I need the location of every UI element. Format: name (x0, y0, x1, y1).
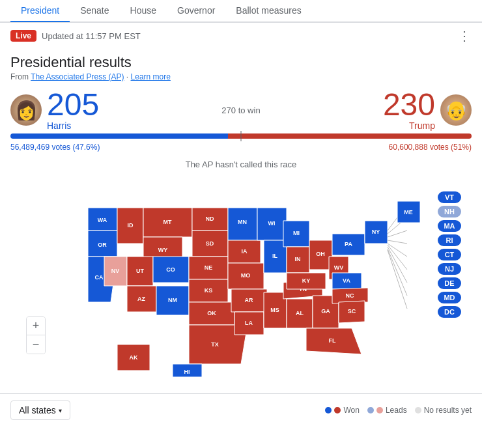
legend-dot-gray (415, 407, 421, 413)
harris-avatar: 👩 (10, 94, 42, 126)
trump-name: Trump (383, 120, 435, 131)
all-states-label: All states (19, 405, 56, 415)
nav-tabs: President Senate House Governor Ballot m… (0, 0, 482, 23)
svg-marker-46 (257, 208, 287, 240)
svg-marker-68 (332, 273, 362, 289)
title-section: Presidential results From The Associated… (0, 49, 482, 84)
trump-avatar: 👴 (440, 94, 472, 126)
svg-marker-6 (117, 208, 143, 244)
legend-leads-label: Leads (386, 406, 407, 415)
tab-senate[interactable]: Senate (70, 0, 119, 22)
legend-won: Won (325, 406, 359, 415)
us-map: WA OR CA ID NV MT WY UT AZ (10, 172, 472, 393)
state-badge-ct: CT (438, 249, 461, 260)
state-badge-ma: MA (438, 220, 461, 232)
svg-marker-14 (127, 257, 153, 286)
svg-marker-60 (287, 247, 309, 273)
svg-marker-76 (365, 221, 388, 244)
legend-dot-light-red (376, 407, 383, 413)
trump-popular-votes: 60,600,888 votes (51%) (389, 143, 472, 152)
state-badge-dc: DC (438, 306, 461, 318)
state-badge-nh: NH (438, 206, 461, 217)
source-link[interactable]: The Associated Press (AP) (31, 72, 124, 81)
svg-marker-91 (397, 201, 420, 223)
harris-candidate: 👩 205 Harris (10, 89, 99, 131)
svg-marker-18 (153, 257, 189, 283)
zoom-controls: + − (26, 316, 46, 354)
zoom-in-button[interactable]: + (27, 317, 45, 335)
svg-marker-22 (192, 208, 228, 231)
legend: Won Leads No results yet (325, 406, 472, 415)
svg-marker-38 (228, 263, 264, 289)
progress-bar (10, 133, 472, 139)
legend-dot-red (334, 407, 341, 413)
svg-marker-0 (88, 208, 117, 231)
source-prefix: From (10, 72, 31, 81)
state-badge-vt: VT (438, 191, 461, 203)
progress-red (228, 133, 472, 139)
svg-marker-28 (189, 279, 228, 302)
east-coast-states: VT NH MA RI CT NJ DE MD DC (438, 191, 461, 318)
trump-candidate: 👴 230 Trump (383, 89, 472, 131)
state-badge-md: MD (438, 292, 461, 303)
state-badge-de: DE (438, 277, 461, 289)
harris-name: Harris (47, 120, 99, 131)
chevron-down-icon: ▾ (59, 407, 62, 414)
svg-marker-80 (173, 364, 202, 377)
trump-electoral-votes: 230 (383, 89, 435, 120)
svg-marker-36 (228, 240, 261, 263)
svg-line-86 (388, 244, 407, 257)
svg-marker-78 (117, 344, 150, 371)
svg-marker-30 (189, 302, 234, 325)
page-title: Presidential results (10, 54, 472, 71)
legend-won-label: Won (343, 406, 359, 415)
to-win-label: 270 to win (99, 105, 383, 115)
svg-marker-42 (234, 312, 264, 335)
footer-bar: All states ▾ Won Leads No results yet (0, 393, 482, 427)
tab-governor[interactable]: Governor (167, 0, 225, 22)
svg-line-90 (388, 250, 407, 309)
state-badge-ri: RI (438, 234, 461, 246)
svg-marker-24 (192, 231, 228, 257)
state-badge-nj: NJ (438, 263, 461, 275)
ap-notice: The AP hasn't called this race (0, 157, 482, 172)
harris-electoral-votes: 205 (47, 89, 99, 120)
svg-line-87 (388, 245, 407, 270)
svg-marker-74 (332, 234, 365, 255)
svg-line-88 (388, 247, 407, 283)
candidates-section: 👩 205 Harris 270 to win 👴 230 Trump 56,4… (0, 84, 482, 157)
svg-marker-2 (88, 231, 117, 257)
svg-marker-72 (339, 301, 365, 323)
learn-more-link[interactable]: Learn more (131, 72, 171, 81)
legend-dot-blue (325, 407, 332, 413)
tab-house[interactable]: House (120, 0, 167, 22)
svg-marker-26 (189, 257, 228, 279)
svg-marker-40 (231, 289, 267, 312)
harris-popular-votes: 56,489,469 votes (47.6%) (10, 143, 100, 152)
header-bar: Live Updated at 11:57 PM EST ⋮ (0, 23, 482, 49)
tab-ballot-measures[interactable]: Ballot measures (225, 0, 311, 22)
svg-marker-20 (156, 286, 189, 315)
live-badge: Live (10, 30, 36, 42)
svg-marker-64 (287, 273, 326, 289)
updated-text: Updated at 11:57 PM EST (42, 31, 141, 41)
svg-marker-8 (104, 257, 127, 286)
map-container: WA OR CA ID NV MT WY UT AZ (0, 172, 482, 393)
candidates-row: 👩 205 Harris 270 to win 👴 230 Trump (10, 89, 472, 131)
tab-president[interactable]: President (10, 0, 70, 22)
zoom-out-button[interactable]: − (27, 335, 45, 354)
svg-marker-34 (228, 208, 257, 240)
svg-line-89 (388, 249, 407, 296)
legend-leads: Leads (367, 406, 407, 415)
svg-marker-56 (306, 328, 362, 354)
source-line: From The Associated Press (AP) · Learn m… (10, 72, 472, 81)
all-states-button[interactable]: All states ▾ (10, 400, 70, 420)
svg-line-85 (388, 240, 407, 244)
more-icon[interactable]: ⋮ (458, 28, 472, 44)
votes-row: 56,489,469 votes (47.6%) 60,600,888 vote… (10, 143, 472, 152)
progress-divider (241, 131, 242, 141)
svg-marker-10 (143, 208, 192, 237)
svg-marker-52 (287, 299, 313, 328)
legend-no-results: No results yet (415, 406, 472, 415)
source-separator: · (124, 72, 131, 81)
